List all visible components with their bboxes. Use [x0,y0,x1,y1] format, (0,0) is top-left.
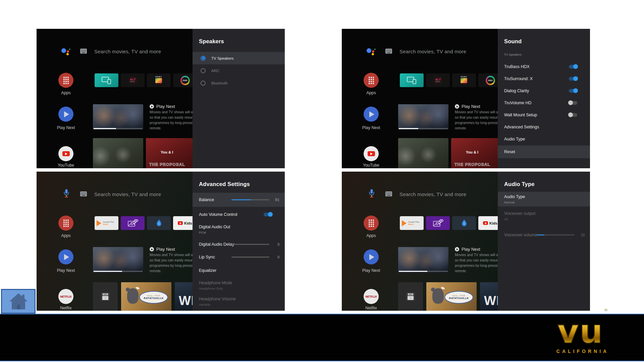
mic-icon[interactable] [369,189,375,198]
toggle-switch[interactable] [264,213,272,217]
tile-google-play-music[interactable]: Google PlayMusic [95,216,118,230]
row-digital-audio-out[interactable]: Digital Audio Out PCM [193,222,285,237]
vu-wordmark: vu™ [557,312,608,351]
tile-cast[interactable] [95,73,118,87]
toggle-switch[interactable] [569,89,577,93]
keyboard-icon[interactable] [80,191,87,196]
tile-youtube-kids[interactable]: Kids [478,216,498,230]
google-assistant-icon[interactable] [61,48,71,56]
tile-sonyliv[interactable]: SONYL I V [452,73,476,87]
row-audio-type[interactable]: Audio Type Normal [498,192,590,206]
play-next-button[interactable] [58,107,73,122]
row-dialog-clarity[interactable]: Dialog Clarity [498,85,590,97]
lip-sync-slider[interactable] [231,257,269,258]
apps-grid-icon [63,77,69,84]
tile-flame-app[interactable] [452,216,476,230]
youtube-button[interactable] [58,146,73,161]
row-advanced-settings[interactable]: Advanced Settings [498,121,590,133]
tile-altbalaji[interactable]: ALTBALAJI [426,73,450,87]
toggle-switch[interactable] [569,65,577,69]
voiceover-volume-slider[interactable] [537,235,575,236]
row-equalizer[interactable]: Equalizer [193,264,285,277]
cast-icon [102,77,112,84]
tile-altbalaji[interactable]: ALTBALAJI [121,73,145,87]
row-trusurround-x[interactable]: TruSurround: X [498,73,590,85]
row-truvolume-hd[interactable]: TruVolume HD [498,97,590,109]
audio-type-panel: Audio Type Audio Type Normal Voiceover o… [498,172,590,311]
video-thumbnail[interactable]: Disney · PIXARRATATOUILLE [121,282,171,311]
tile-gallery[interactable] [121,216,145,230]
apps-button[interactable] [364,73,379,88]
tile-cast[interactable] [400,73,424,87]
video-thumbnail[interactable]: KIDS: ) [398,282,423,311]
tile-zee5[interactable]: ZEE5 [173,73,193,87]
play-next-info: Play Next Movies and TV shows will auton… [150,104,193,130]
advanced-settings-panel: Advanced Settings Balance R1 Auto Volume… [193,172,285,311]
balance-slider[interactable] [231,199,269,200]
tile-google-play-music[interactable]: Google PlayMusic [400,216,424,230]
netflix-icon: NETFLIX [365,295,377,298]
play-next-button[interactable] [58,249,73,264]
search-input[interactable]: Search movies, TV and more [399,49,466,54]
watch-progress [399,271,448,272]
video-thumbnail[interactable]: You & ITHE PROPOSAL [451,138,498,168]
netflix-button[interactable]: NETFLIX [58,289,73,304]
play-next-thumbnail[interactable] [398,104,448,130]
video-thumbnail[interactable]: WI [175,282,193,311]
tile-flame-app[interactable] [147,216,171,230]
play-next-thumbnail[interactable] [93,104,143,130]
keyboard-icon[interactable] [385,49,392,54]
search-input[interactable]: Search movies, TV and more [399,191,466,197]
video-thumbnail[interactable] [93,138,143,168]
option-bluetooth[interactable]: Bluetooth [193,77,285,89]
search-input[interactable]: Search movies, TV and more [94,191,161,197]
play-next-button[interactable] [364,107,379,122]
apps-grid-icon [369,220,374,227]
video-thumbnail[interactable]: WI [480,282,498,311]
video-thumbnail[interactable] [398,138,448,168]
play-next-label: Play Next [50,125,82,130]
cast-icon [407,77,417,84]
row-auto-volume-control[interactable]: Auto Volume Control [193,207,285,222]
video-thumbnail[interactable]: KIDS: ) [93,282,118,311]
row-balance[interactable]: Balance R1 [193,193,285,207]
row-trubass-hdx[interactable]: TruBass HDX [498,61,590,73]
option-tv-speakers[interactable]: TV Speakers [193,52,285,64]
search-input[interactable]: Search movies, TV and more [94,49,161,54]
mic-icon[interactable] [63,189,69,198]
row-reset[interactable]: Reset [498,145,590,158]
apps-label: Apps [355,90,387,95]
toggle-switch[interactable] [569,101,577,105]
tile-sonyliv[interactable]: SONYL I V [147,73,171,87]
row-lip-sync[interactable]: Lip Sync 0 [193,251,285,263]
tile-zee5[interactable]: ZEE5 [478,73,498,87]
play-next-thumbnail[interactable] [398,247,448,273]
keyboard-icon[interactable] [385,191,392,196]
youtube-button[interactable] [364,146,379,161]
toggle-switch[interactable] [569,77,577,81]
option-arc[interactable]: ARC [193,64,285,77]
toggle-switch[interactable] [569,113,577,117]
netflix-button[interactable]: NETFLIX [364,289,379,304]
apps-button[interactable] [364,216,379,231]
apps-button[interactable] [58,73,73,88]
gallery-edit-icon [127,219,139,228]
digital-audio-delay-slider[interactable] [231,244,269,245]
panel-title: Audio Type [504,181,535,187]
tile-gallery[interactable] [426,216,450,230]
video-thumbnail[interactable]: Disney · PIXARRATATOUILLE [426,282,477,311]
radio-selected-icon [201,56,206,61]
home-button[interactable] [1,289,36,314]
row-digital-audio-delay[interactable]: Digital Audio Delay 0 [193,238,285,251]
netflix-row: KIDS: ) Disney · PIXARRATATOUILLE WI [93,282,193,311]
play-next-thumbnail[interactable] [93,247,143,273]
video-thumbnail[interactable]: You & ITHE PROPOSAL [146,138,193,168]
play-next-button[interactable] [364,249,379,264]
apps-button[interactable] [58,216,73,231]
keyboard-icon[interactable] [80,49,87,54]
tile-youtube-kids[interactable]: Kids [173,216,193,230]
google-assistant-icon[interactable] [367,48,376,56]
row-wall-mount-setup[interactable]: Wall Mount Setup [498,109,590,121]
youtube-row: You & ITHE PROPOSAL [398,138,498,168]
row-audio-type[interactable]: Audio Type [498,133,590,145]
